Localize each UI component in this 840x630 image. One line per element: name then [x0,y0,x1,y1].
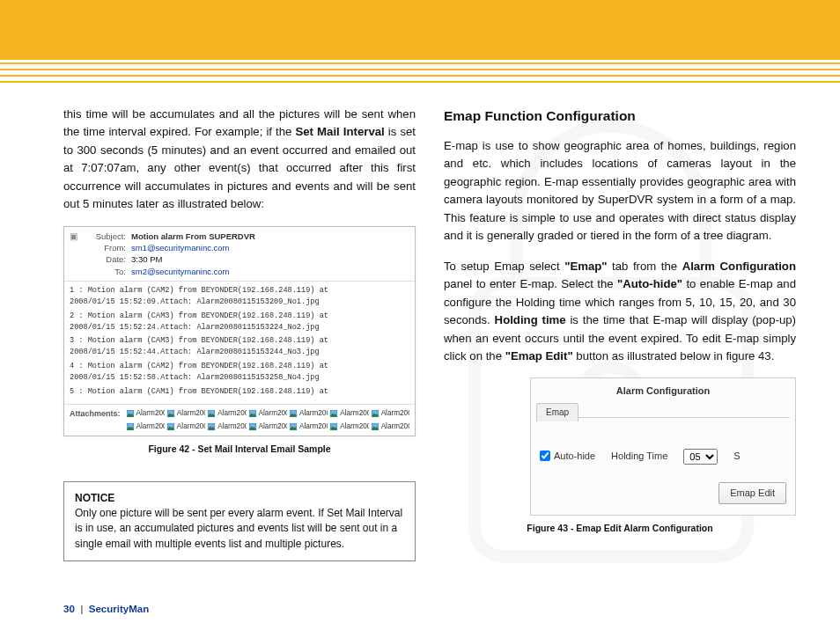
intro-paragraph: this time will be accumulates and all th… [63,106,416,214]
attachment-filename: Alarm2008015.. [177,421,205,433]
date-label: Date: [84,253,126,265]
attachment-item[interactable]: Alarm2008015.. [248,421,287,433]
image-file-icon [126,409,135,418]
attachment-item[interactable]: Alarm2008015.. [126,421,165,433]
email-body-entry: 1 : Motion alarm (CAM2) from BEYONDER(19… [70,285,409,308]
attachment-item[interactable]: Alarm2008015.. [207,421,246,433]
top-accent-bar [0,0,840,60]
auto-hide-checkbox[interactable]: Auto-hide [540,449,595,464]
attachment-item[interactable]: Alarm2008015.. [329,408,368,420]
email-body: 1 : Motion alarm (CAM2) from BEYONDER(19… [64,282,415,405]
attachment-item[interactable]: Alarm2008015.. [371,408,409,420]
image-file-icon [329,422,338,431]
attachment-item[interactable]: Alarm2008015.. [371,421,409,433]
email-header: ▣ Subject: Motion alarm From SUPERDVR Fr… [64,227,415,282]
attachment-filename: Alarm2008015.. [259,408,287,420]
page-footer: 30 | SecurityMan [63,604,149,614]
figure-42-caption: Figure 42 - Set Mail Interval Email Samp… [63,442,416,456]
content-columns: this time will be accumulates and all th… [63,106,796,595]
subject-label: Subject: [84,231,126,242]
attachment-filename: Alarm2008015.. [259,421,287,433]
emap-paragraph-2: To setup Emap select "Emap" tab from the… [444,258,796,366]
attachment-filename: Alarm2008015.. [381,408,409,420]
image-file-icon [248,409,257,418]
left-column: this time will be accumulates and all th… [63,106,416,595]
email-subject: Motion alarm From SUPERDVR [131,231,255,242]
holding-time-label: Holding Time [611,449,667,464]
emap-edit-button[interactable]: Emap Edit [718,482,786,504]
email-from: sm1@securitymaninc.com [131,242,230,253]
holding-time-unit: S [733,449,740,464]
attachment-item[interactable]: Alarm2008015.. [248,408,287,420]
image-file-icon [166,409,175,418]
emap-paragraph-1: E-map is use to show geographic area of … [444,137,796,245]
attachment-filename: Alarm2008015.. [217,408,246,420]
attachment-item[interactable]: Alarm2008015.. [166,421,205,433]
email-body-entry: 5 : Motion alarm (CAM1) from BEYONDER(19… [70,386,409,398]
attachment-filename: Alarm2008015.. [299,421,328,433]
attachment-item[interactable]: Alarm2008015.. [289,408,328,420]
email-date: 3:30 PM [131,253,162,265]
attachment-filename: Alarm2008015.. [217,421,246,433]
image-file-icon [207,422,216,431]
image-file-icon [166,422,175,431]
image-file-icon [289,422,298,431]
attachments-grid: Alarm2008015..Alarm2008015..Alarm2008015… [126,408,409,432]
alarm-config-body: Auto-hide Holding Time 05 S [531,419,795,475]
auto-hide-label: Auto-hide [554,449,595,464]
tab-emap[interactable]: Emap [536,403,578,421]
email-body-entry: 2 : Motion alarm (CAM3) from BEYONDER(19… [70,311,409,333]
attachment-filename: Alarm2008015.. [177,408,205,420]
set-mail-interval-bold: Set Mail Interval [295,125,384,138]
image-file-icon [289,409,298,418]
attachment-item[interactable]: Alarm2008015.. [126,408,165,420]
notice-title: NOTICE [75,491,404,506]
accent-rules [0,60,840,84]
image-file-icon [248,422,257,431]
image-file-icon [329,409,338,418]
email-body-entry: 4 : Motion alarm (CAM2) from BEYONDER(19… [70,361,409,384]
attachments-label: Attachments: [70,408,121,432]
email-body-entry: 3 : Motion alarm (CAM3) from BEYONDER(19… [70,335,409,358]
image-file-icon [371,409,379,418]
emap-heading: Emap Function Configuration [444,106,796,127]
footer-separator: | [80,604,83,614]
image-file-icon [126,422,135,431]
right-column: Emap Function Configuration E-map is use… [444,106,796,595]
email-to: sm2@securitymaninc.com [131,266,230,277]
image-file-icon [207,409,216,418]
email-attachments: Attachments: Alarm2008015..Alarm2008015.… [64,405,415,436]
figure-42-email-sample: ▣ Subject: Motion alarm From SUPERDVR Fr… [63,226,416,437]
attachment-filename: Alarm2008015.. [299,408,328,420]
attachment-item[interactable]: Alarm2008015.. [329,421,368,433]
to-label: To: [84,266,126,277]
attachment-item[interactable]: Alarm2008015.. [166,408,205,420]
attachment-filename: Alarm2008015.. [340,421,368,433]
figure-43-alarm-config: Alarm Configuration Emap Auto-hide Holdi… [530,377,796,515]
page-number: 30 [63,604,75,614]
footer-brand: SecurityMan [89,604,149,614]
attachment-filename: Alarm2008015.. [381,421,409,433]
manual-page: this time will be accumulates and all th… [0,0,840,630]
image-file-icon [371,422,379,431]
attachment-item[interactable]: Alarm2008015.. [289,421,328,433]
attachment-filename: Alarm2008015.. [340,408,368,420]
attachment-item[interactable]: Alarm2008015.. [207,408,246,420]
attachment-filename: Alarm2008015.. [136,408,165,420]
from-label: From: [84,242,126,253]
notice-body: Only one picture will be sent per every … [75,507,402,550]
figure-43-caption: Figure 43 - Emap Edit Alarm Configuratio… [444,521,796,535]
auto-hide-input[interactable] [540,451,550,461]
holding-time-select[interactable]: 05 [683,449,718,465]
notice-box: NOTICE Only one picture will be sent per… [63,481,416,562]
attachment-filename: Alarm2008015.. [136,421,165,433]
